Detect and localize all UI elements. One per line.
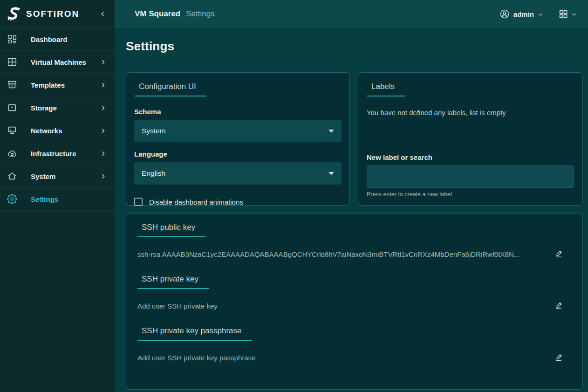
sidebar-item-templates[interactable]: Templates — [0, 74, 115, 96]
disable-animations-label: Disable dashboard animations — [149, 198, 243, 206]
language-select[interactable]: English — [134, 162, 342, 185]
sidebar-collapse-icon[interactable] — [100, 11, 106, 17]
ssh-public-key-row: ssh-rsa AAAAB3NzaC1yc2EAAAADAQABAAABgQCH… — [137, 249, 571, 259]
system-icon — [7, 171, 18, 182]
ssh-public-key-value: ssh-rsa AAAAB3NzaC1yc2EAAAADAQABAAABgQCH… — [137, 250, 554, 258]
ssh-keys-card: SSH public key ssh-rsa AAAAB3NzaC1yc2EAA… — [126, 213, 583, 390]
ssh-private-key-placeholder: Add user SSH private key — [137, 302, 554, 310]
sidebar-item-label: Infrastructure — [31, 150, 76, 158]
sidebar-item-infrastructure[interactable]: Infrastructure — [0, 142, 115, 165]
schema-label: Schema — [134, 108, 342, 116]
main-content: Settings Configuration UI Schema System … — [115, 28, 588, 392]
chevron-right-icon — [100, 82, 106, 88]
sidebar-logo-row: SOFTIRON — [0, 0, 115, 28]
sidebar-item-label: System — [31, 172, 55, 180]
chevron-right-icon — [100, 105, 106, 111]
labels-card: Labels You have not defined any labels, … — [358, 72, 583, 206]
networks-icon — [7, 125, 18, 136]
chevron-down-icon — [571, 12, 577, 17]
brand-name: SOFTIRON — [26, 9, 79, 19]
sidebar-item-networks[interactable]: Networks — [0, 119, 115, 142]
language-selected-value: English — [142, 169, 165, 178]
user-menu[interactable]: admin — [499, 9, 543, 19]
dashboard-icon — [7, 34, 18, 45]
chevron-right-icon — [100, 59, 106, 65]
ssh-public-key-title: SSH public key — [137, 223, 205, 237]
edit-pencil-icon[interactable] — [554, 249, 564, 259]
caret-down-icon — [328, 129, 334, 133]
softiron-logo-icon — [6, 6, 22, 22]
chevron-right-icon — [100, 173, 106, 179]
title-divider — [126, 64, 583, 64]
virtual-machines-icon — [7, 56, 18, 68]
new-label-label: New label or search — [367, 153, 574, 161]
storage-icon — [7, 102, 18, 113]
apps-menu[interactable] — [558, 9, 577, 19]
user-avatar-icon — [499, 9, 510, 19]
schema-select[interactable]: System — [134, 120, 342, 142]
sidebar: SOFTIRON Dashboard Virtual Machines — [0, 0, 115, 392]
ssh-private-key-row: Add user SSH private key — [137, 301, 571, 310]
checkbox-unchecked-icon[interactable] — [134, 198, 143, 206]
page-title: Settings — [126, 39, 583, 54]
chevron-right-icon — [100, 151, 106, 157]
infrastructure-icon — [7, 148, 18, 159]
top-header-bar: VM Squared Settings admin — [115, 0, 588, 28]
sidebar-item-storage[interactable]: Storage — [0, 96, 115, 119]
apps-grid-icon — [558, 9, 568, 19]
configuration-ui-card: Configuration UI Schema System Language … — [126, 72, 350, 206]
schema-selected-value: System — [142, 127, 166, 135]
user-name: admin — [513, 10, 534, 18]
sidebar-item-virtual-machines[interactable]: Virtual Machines — [0, 51, 115, 74]
sidebar-item-label: Dashboard — [31, 35, 67, 43]
chevron-down-icon — [538, 12, 543, 17]
new-label-input[interactable] — [367, 165, 574, 188]
labels-empty-text: You have not defined any labels, list is… — [367, 109, 574, 117]
ssh-passphrase-title: SSH private key passphrase — [137, 326, 252, 341]
edit-pencil-icon[interactable] — [554, 301, 564, 310]
templates-icon — [7, 79, 18, 90]
caret-down-icon — [328, 172, 334, 175]
configuration-ui-title: Configuration UI — [135, 82, 206, 96]
labels-title: Labels — [367, 82, 405, 96]
sidebar-item-label: Storage — [31, 104, 57, 112]
sidebar-item-label: Settings — [31, 195, 58, 203]
ssh-passphrase-placeholder: Add user SSH private key passphrase — [137, 354, 554, 362]
sidebar-item-system[interactable]: System — [0, 165, 115, 188]
sidebar-item-settings[interactable]: Settings — [0, 188, 115, 211]
sidebar-item-label: Virtual Machines — [31, 58, 86, 66]
settings-icon — [7, 193, 18, 205]
language-label: Language — [134, 150, 342, 158]
chevron-right-icon — [100, 128, 106, 134]
new-label-helper-text: Press enter to create a new label — [367, 191, 574, 198]
ssh-private-key-title: SSH private key — [137, 275, 209, 289]
disable-animations-checkbox-row[interactable]: Disable dashboard animations — [134, 198, 342, 206]
sidebar-item-label: Networks — [31, 127, 62, 135]
breadcrumb-page: Settings — [186, 9, 214, 19]
edit-pencil-icon[interactable] — [554, 353, 564, 362]
ssh-passphrase-row: Add user SSH private key passphrase — [137, 353, 571, 362]
sidebar-item-label: Templates — [31, 81, 65, 89]
sidebar-item-dashboard[interactable]: Dashboard — [0, 28, 115, 51]
product-title: VM Squared — [135, 9, 180, 19]
